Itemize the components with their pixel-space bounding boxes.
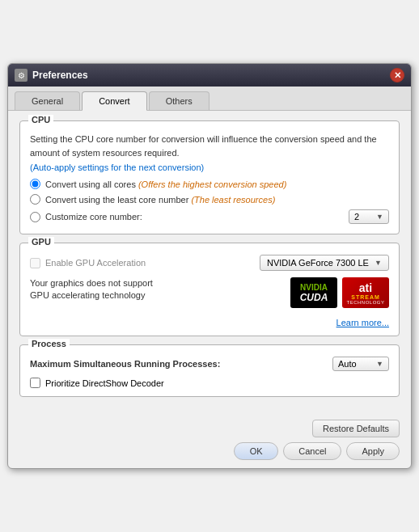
- gpu-top-row: Enable GPU Acceleration NVIDIA GeForce 7…: [30, 255, 389, 271]
- window-title: Preferences: [32, 70, 88, 81]
- dialog-buttons: OK Cancel Apply: [234, 442, 400, 460]
- radio-all-cores: Convert using all cores (Offers the high…: [30, 179, 389, 189]
- learn-more-link[interactable]: Learn more...: [336, 318, 389, 327]
- ati-text: ati: [359, 281, 372, 294]
- ok-button[interactable]: OK: [234, 442, 278, 460]
- stream-text: STREAM: [351, 294, 380, 300]
- process-section: Process Maximum Simultaneous Running Pro…: [19, 344, 400, 397]
- gpu-section-body: Enable GPU Acceleration NVIDIA GeForce 7…: [30, 255, 389, 327]
- nvidia-text: NVIDIA: [300, 283, 328, 292]
- core-number-dropdown[interactable]: 2 ▼: [349, 209, 389, 224]
- footer: Restore Defaults OK Cancel Apply: [8, 415, 411, 468]
- cpu-section-title: CPU: [28, 115, 53, 125]
- gpu-enable-checkbox[interactable]: [30, 258, 40, 268]
- gpu-dropdown-arrow-icon: ▼: [375, 259, 382, 267]
- gpu-select-dropdown[interactable]: NVIDIA GeForce 7300 LE ▼: [260, 255, 389, 271]
- tab-convert[interactable]: Convert: [82, 91, 147, 111]
- core-select: 2 ▼: [349, 209, 389, 224]
- directshow-label: Prioritize DirectShow Decoder: [45, 378, 164, 388]
- title-bar: ⚙ Preferences ✕: [8, 64, 411, 87]
- radio-least-cores-input[interactable]: [30, 194, 40, 205]
- process-label: Maximum Simultaneous Running Processes:: [30, 359, 220, 369]
- radio-custom-cores: Customize core number: 2 ▼: [30, 209, 389, 224]
- cpu-section: CPU Setting the CPU core number for conv…: [19, 120, 400, 234]
- cancel-button[interactable]: Cancel: [283, 442, 341, 460]
- gpu-logos: NVIDIA CUDA ati STREAM TECHNOLOGY: [290, 277, 389, 308]
- gpu-section-title: GPU: [28, 237, 54, 247]
- preferences-window: ⚙ Preferences ✕ General Convert Others C…: [7, 63, 412, 469]
- radio-custom-input[interactable]: [30, 212, 40, 222]
- close-button[interactable]: ✕: [390, 68, 404, 82]
- app-icon: ⚙: [15, 69, 28, 82]
- ati-stream-logo: ati STREAM TECHNOLOGY: [342, 277, 389, 308]
- tab-content: CPU Setting the CPU core number for conv…: [8, 111, 411, 415]
- process-section-body: Maximum Simultaneous Running Processes: …: [30, 357, 389, 388]
- gpu-desc-text: Your graphics does not support GPU accel…: [30, 277, 159, 302]
- restore-defaults-button[interactable]: Restore Defaults: [312, 420, 400, 437]
- gpu-body-row: Your graphics does not support GPU accel…: [30, 277, 389, 327]
- cpu-description: Setting the CPU core number for conversi…: [30, 133, 389, 159]
- process-top-row: Maximum Simultaneous Running Processes: …: [30, 357, 389, 371]
- process-dropdown-arrow-icon: ▼: [376, 360, 383, 368]
- radio-custom-label: Customize core number:: [45, 212, 142, 222]
- apply-button[interactable]: Apply: [346, 442, 400, 460]
- tabs-bar: General Convert Others: [8, 87, 411, 111]
- radio-all-cores-input[interactable]: [30, 179, 40, 189]
- gpu-enable-label: Enable GPU Acceleration: [45, 258, 146, 268]
- cpu-note: (Auto-apply settings for the next conver…: [30, 163, 389, 172]
- gpu-right: NVIDIA CUDA ati STREAM TECHNOLOGY Learn …: [290, 277, 389, 327]
- directshow-checkbox[interactable]: [30, 378, 40, 388]
- tab-general[interactable]: General: [15, 91, 80, 110]
- process-section-title: Process: [28, 339, 70, 348]
- gpu-section: GPU Enable GPU Acceleration NVIDIA GeFor…: [19, 243, 400, 336]
- directshow-row: Prioritize DirectShow Decoder: [30, 378, 389, 388]
- nvidia-cuda-logo: NVIDIA CUDA: [290, 277, 337, 308]
- gpu-enable-row: Enable GPU Acceleration: [30, 258, 146, 268]
- technology-text: TECHNOLOGY: [347, 300, 385, 305]
- process-count-dropdown[interactable]: Auto ▼: [332, 357, 389, 371]
- radio-least-cores-label: Convert using the least core number (The…: [45, 195, 275, 205]
- dropdown-arrow-icon: ▼: [376, 213, 383, 221]
- cuda-text: CUDA: [300, 292, 328, 303]
- title-bar-left: ⚙ Preferences: [15, 69, 88, 82]
- cpu-section-body: Setting the CPU core number for conversi…: [30, 133, 389, 224]
- radio-least-cores: Convert using the least core number (The…: [30, 194, 389, 205]
- radio-all-cores-label: Convert using all cores (Offers the high…: [45, 179, 286, 189]
- tab-others[interactable]: Others: [149, 91, 210, 110]
